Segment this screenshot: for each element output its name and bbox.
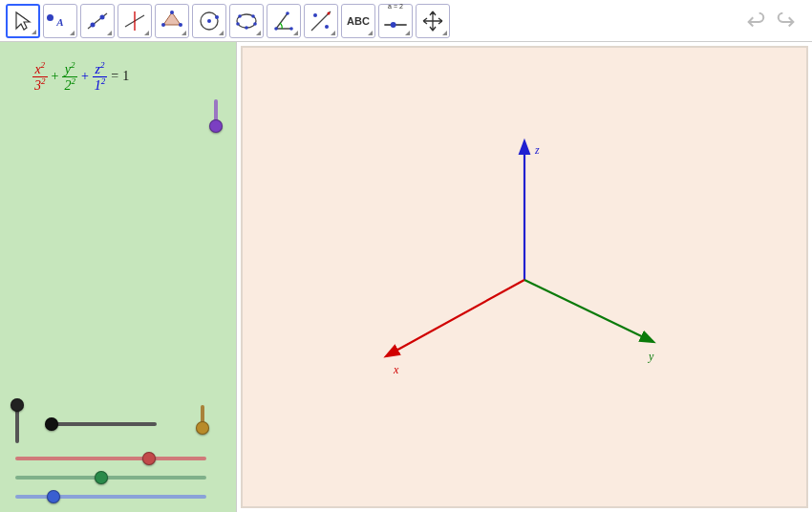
svg-point-13 xyxy=(251,14,255,18)
slider-blue[interactable] xyxy=(15,495,206,499)
perpendicular-tool[interactable] xyxy=(118,4,152,38)
plus-2: + xyxy=(81,69,89,84)
y-label: y xyxy=(649,350,653,364)
algebra-view[interactable]: x2 32 + y2 22 + z2 12 = 1 xyxy=(0,42,237,512)
svg-point-7 xyxy=(161,23,165,27)
svg-point-6 xyxy=(179,23,182,27)
move-tool[interactable] xyxy=(6,4,40,38)
main-area: x2 32 + y2 22 + z2 12 = 1 xyxy=(0,42,812,512)
text-tool[interactable]: ABC xyxy=(341,4,375,38)
move-view-tool[interactable] xyxy=(416,4,450,38)
svg-point-9 xyxy=(207,19,211,23)
svg-point-25 xyxy=(391,22,396,28)
polygon-tool[interactable] xyxy=(155,4,189,38)
axes-3d xyxy=(243,48,806,506)
svg-point-15 xyxy=(253,22,257,26)
ellipsoid-equation: x2 32 + y2 22 + z2 12 = 1 xyxy=(32,61,129,92)
svg-point-14 xyxy=(236,22,240,26)
point-tool[interactable]: A xyxy=(43,4,77,38)
svg-point-12 xyxy=(238,14,242,18)
redo-button[interactable] xyxy=(772,7,801,35)
svg-point-16 xyxy=(245,26,248,30)
rhs: 1 xyxy=(122,69,129,84)
y-axis xyxy=(524,280,652,341)
svg-point-21 xyxy=(313,13,317,17)
slider-tool[interactable]: a = 2 xyxy=(378,4,413,38)
undo-redo-group xyxy=(741,7,806,35)
svg-point-5 xyxy=(170,11,174,14)
line-tool[interactable] xyxy=(80,4,115,38)
slider-tool-label: a = 2 xyxy=(388,3,403,10)
svg-point-19 xyxy=(286,11,289,15)
slider-red[interactable] xyxy=(15,457,206,460)
reflect-tool[interactable] xyxy=(304,4,338,38)
svg-point-23 xyxy=(328,11,331,14)
undo-button[interactable] xyxy=(741,7,770,35)
svg-point-17 xyxy=(274,27,278,31)
x-axis xyxy=(387,280,524,355)
term-z: z2 12 xyxy=(93,61,108,92)
slider-brown[interactable] xyxy=(201,405,204,428)
graphics3d-view[interactable]: z x y xyxy=(241,46,808,508)
circle-center-tool[interactable] xyxy=(192,4,226,38)
slider-green[interactable] xyxy=(15,476,206,480)
equals: = xyxy=(111,69,118,84)
term-y: y2 22 xyxy=(62,61,77,92)
text-tool-label: ABC xyxy=(347,15,370,27)
svg-point-1 xyxy=(91,22,96,27)
slider-v1[interactable] xyxy=(15,405,19,443)
angle-tool[interactable] xyxy=(267,4,301,38)
svg-point-2 xyxy=(100,14,105,19)
slider-h1[interactable] xyxy=(52,422,157,426)
slider-purple[interactable] xyxy=(214,99,218,126)
term-x: x2 32 xyxy=(32,61,48,92)
toolbar: A ABC a = 2 xyxy=(0,0,812,42)
point-label: A xyxy=(56,16,63,28)
z-label: z xyxy=(535,143,540,158)
svg-line-0 xyxy=(88,13,107,29)
svg-point-10 xyxy=(215,15,219,19)
x-label: x xyxy=(394,363,398,377)
svg-point-22 xyxy=(325,25,329,29)
plus-1: + xyxy=(52,69,59,84)
conic-tool[interactable] xyxy=(229,4,264,38)
